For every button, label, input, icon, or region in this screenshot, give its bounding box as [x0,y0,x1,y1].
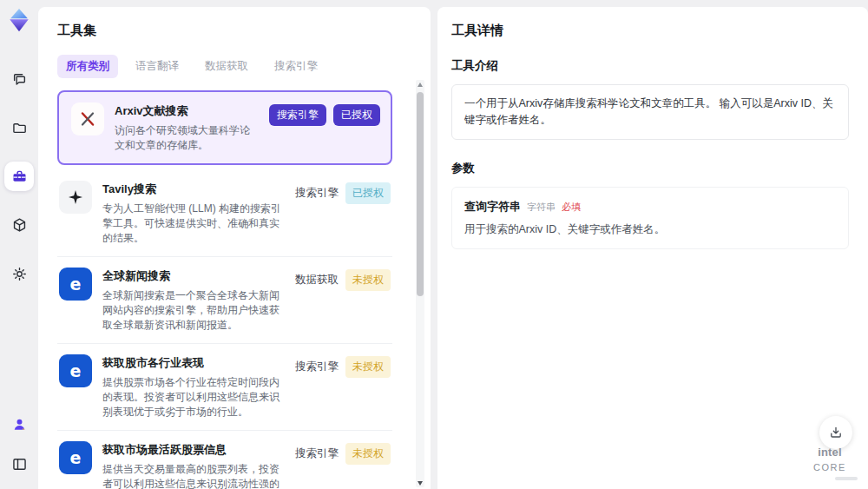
tool-card-active-stocks[interactable]: e 获取市场最活跃股票信息 提供当天交易量最高的股票列表，投资者可以利用这些信息… [57,431,392,489]
param-head: 查询字符串 字符串 必填 [464,199,836,215]
cube-icon[interactable] [4,210,34,240]
tool-card-meta: 搜索引擎 未授权 [295,441,391,489]
tool-card-tavily[interactable]: Tavily搜索 专为人工智能代理 (LLM) 构建的搜索引擎工具。可快速提供实… [57,170,392,257]
tool-card-meta: 搜索引擎 已授权 [269,102,380,153]
category-tabs: 所有类别 语言翻译 数据获取 搜索引擎 [57,55,411,78]
scrollbar-thumb[interactable] [417,92,424,296]
core-logo-text: CORE [813,462,846,472]
tavily-star-icon [59,181,92,214]
details-title: 工具详情 [451,23,849,39]
tool-card-body: 获取市场最活跃股票信息 提供当天交易量最高的股票列表，投资者可以利用这些信息来识… [102,441,285,489]
tool-card-body: Tavily搜索 专为人工智能代理 (LLM) 构建的搜索引擎工具。可快速提供实… [102,181,285,246]
toolset-panel: 工具集 所有类别 语言翻译 数据获取 搜索引擎 Arxiv文献搜索 访问各个研究… [38,7,431,489]
download-tray-icon [827,424,845,441]
tool-card-stock-sectors[interactable]: e 获取股市各行业表现 提供股票市场各个行业在特定时间段内的表现。投资者可以利用… [57,344,392,431]
blue-e-icon: e [59,354,92,387]
arxiv-icon [71,102,104,135]
category-label: 搜索引擎 [295,182,339,204]
panel-toggle-icon[interactable] [4,449,34,479]
category-label: 搜索引擎 [295,443,339,465]
tool-desc: 提供当天交易量最高的股票列表，投资者可以利用这些信息来识别流动性强的股票和潜在的… [102,462,285,489]
tool-desc: 全球新闻搜索是一个聚合全球各大新闻网站内容的搜索引擎，帮助用户快速获取全球最新资… [102,288,285,333]
tool-card-body: Arxiv文献搜索 访问各个研究领域大量科学论文和文章的存储库。 [115,102,259,153]
blue-e-icon: e [59,441,92,474]
tool-card-global-news[interactable]: e 全球新闻搜索 全球新闻搜索是一个聚合全球各大新闻网站内容的搜索引擎，帮助用户… [57,257,392,344]
scroll-up-arrow-icon[interactable] [416,80,424,89]
tool-desc: 专为人工智能代理 (LLM) 构建的搜索引擎工具。可快速提供实时、准确和真实的结… [102,202,285,246]
folder-icon[interactable] [4,113,34,142]
app-rail [0,0,38,489]
toolset-title: 工具集 [57,23,411,39]
tab-all-categories[interactable]: 所有类别 [57,55,118,78]
tab-data-fetching[interactable]: 数据获取 [196,55,257,78]
brand-sub-bar [835,477,858,480]
params-heading: 参数 [451,161,849,176]
chat-icon[interactable] [4,64,34,94]
auth-status-badge: 已授权 [333,104,380,126]
tab-search-engine[interactable]: 搜索引擎 [266,55,326,78]
user-icon[interactable] [4,409,34,439]
settings-icon[interactable] [4,259,34,288]
tool-list: Arxiv文献搜索 访问各个研究领域大量科学论文和文章的存储库。 搜索引擎 已授… [57,90,411,489]
intro-box: 一个用于从Arxiv存储库搜索科学论文和文章的工具。 输入可以是Arxiv ID… [451,84,849,140]
param-required-badge: 必填 [562,201,581,214]
category-badge: 搜索引擎 [269,104,326,126]
auth-status-badge: 已授权 [345,182,391,204]
param-desc: 用于搜索的Arxiv ID、关键字或作者姓名。 [464,222,836,237]
auth-status-badge: 未授权 [345,269,391,291]
auth-status-badge: 未授权 [345,443,391,465]
intel-logo-text: intel [818,446,842,459]
tool-card-body: 全球新闻搜索 全球新闻搜索是一个聚合全球各大新闻网站内容的搜索引擎，帮助用户快速… [102,268,285,333]
app-logo-gem-icon [6,7,32,33]
toolbox-icon[interactable] [4,162,34,191]
tool-card-body: 获取股市各行业表现 提供股票市场各个行业在特定时间段内的表现。投资者可以利用这些… [102,354,285,420]
tool-card-meta: 搜索引擎 已授权 [295,181,391,246]
tool-details-panel: 工具详情 工具介绍 一个用于从Arxiv存储库搜索科学论文和文章的工具。 输入可… [437,7,868,489]
param-name: 查询字符串 [464,199,521,215]
tool-name: 全球新闻搜索 [102,268,285,284]
main-area: 工具集 所有类别 语言翻译 数据获取 搜索引擎 Arxiv文献搜索 访问各个研究… [38,0,868,489]
intro-heading: 工具介绍 [451,58,849,74]
tool-desc: 访问各个研究领域大量科学论文和文章的存储库。 [115,123,259,153]
tool-desc: 提供股票市场各个行业在特定时间段内的表现。投资者可以利用这些信息来识别表现优于或… [102,375,285,420]
param-box: 查询字符串 字符串 必填 用于搜索的Arxiv ID、关键字或作者姓名。 [451,187,849,249]
param-type: 字符串 [527,201,556,214]
tool-name: Tavily搜索 [102,182,285,197]
tool-card-meta: 数据获取 未授权 [295,268,391,333]
intel-core-logo: intel CORE [802,444,858,480]
tool-name: Arxiv文献搜索 [115,103,259,119]
tool-card-meta: 搜索引擎 未授权 [295,354,391,420]
scroll-down-arrow-icon[interactable] [416,479,424,487]
tool-list-scrollbar[interactable] [416,80,424,487]
tool-name: 获取股市各行业表现 [102,355,285,371]
auth-status-badge: 未授权 [345,356,391,378]
tool-name: 获取市场最活跃股票信息 [102,442,285,458]
tab-language-translation[interactable]: 语言翻译 [127,55,187,78]
category-label: 搜索引擎 [295,356,339,378]
blue-e-icon: e [59,268,92,301]
tool-card-arxiv[interactable]: Arxiv文献搜索 访问各个研究领域大量科学论文和文章的存储库。 搜索引擎 已授… [57,90,392,165]
category-label: 数据获取 [295,269,339,291]
